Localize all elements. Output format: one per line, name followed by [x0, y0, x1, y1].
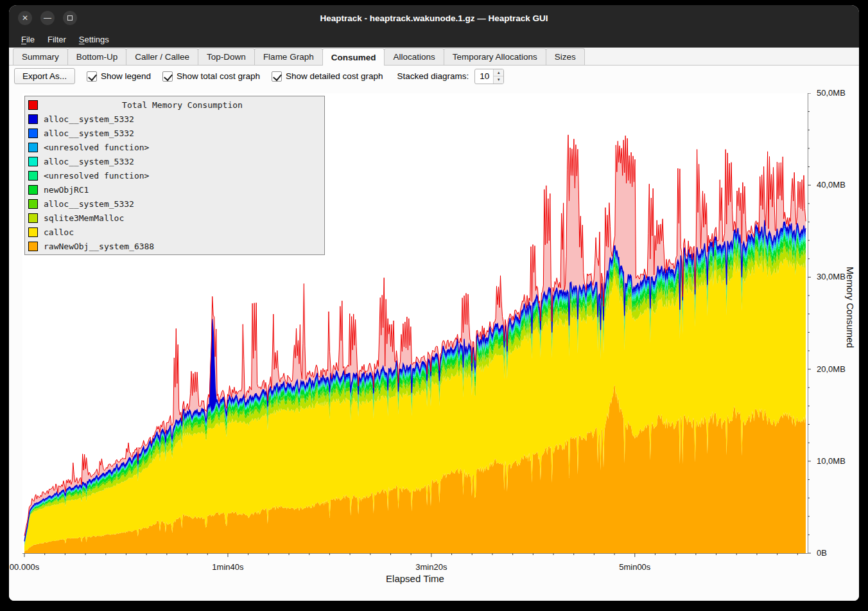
- legend-item: sqlite3MemMalloc: [28, 211, 321, 225]
- chart-area: Total Memory Consumption alloc__system_5…: [9, 87, 859, 601]
- legend-rows: alloc__system_5332alloc__system_5332<unr…: [28, 112, 321, 253]
- legend-item: alloc__system_5332: [28, 112, 321, 126]
- legend-item-label: rawNewObj__system_6388: [44, 242, 154, 251]
- heaptrack-window: ✕ — Heaptrack - heaptrack.wakunode.1.gz …: [9, 5, 859, 601]
- x-tick-label: 5min00s: [619, 562, 650, 572]
- checkbox-icon: [162, 71, 173, 82]
- tab-summary[interactable]: Summary: [13, 48, 68, 65]
- x-axis-title: Elapsed Time: [22, 573, 808, 584]
- checkbox-label: Show total cost graph: [177, 71, 260, 81]
- checkbox-icon: [272, 71, 282, 82]
- legend-color-swatch: [28, 227, 38, 237]
- legend-item: <unresolved function>: [28, 140, 321, 154]
- checkbox-icon: [87, 71, 97, 82]
- y-tick-label: 0B: [817, 548, 827, 558]
- legend-item-label: alloc__system_5332: [44, 157, 134, 166]
- legend-item: alloc__system_5332: [28, 126, 321, 140]
- y-tick-label: 50,0MB: [817, 88, 846, 98]
- legend-color-swatch: [28, 157, 38, 166]
- legend-item: alloc__system_5332: [28, 197, 321, 211]
- y-axis-title: Memory Consumed: [845, 267, 855, 348]
- y-tick-label: 20,0MB: [817, 364, 846, 374]
- legend-item: newObjRC1: [28, 182, 321, 197]
- legend-item-label: calloc: [44, 227, 74, 237]
- spinner-arrows: ▲ ▼: [493, 69, 503, 84]
- tab-allocations[interactable]: Allocations: [384, 48, 444, 65]
- legend-color-swatch: [28, 213, 38, 223]
- menu-filter[interactable]: Filter: [42, 33, 72, 46]
- maximize-icon: [67, 15, 73, 21]
- spin-down-icon[interactable]: ▼: [494, 76, 503, 84]
- stacked-diagrams-spinbox[interactable]: 10 ▲ ▼: [474, 69, 504, 84]
- spin-up-icon[interactable]: ▲: [494, 69, 503, 77]
- legend-item-label: newObjRC1: [44, 185, 89, 195]
- checkbox-label: Show detailed cost graph: [286, 71, 383, 81]
- legend-color-swatch-total: [28, 100, 38, 110]
- legend-item-label: alloc__system_5332: [44, 114, 134, 124]
- tab-sizes[interactable]: Sizes: [546, 48, 585, 65]
- close-button[interactable]: ✕: [18, 11, 32, 25]
- titlebar[interactable]: ✕ — Heaptrack - heaptrack.wakunode.1.gz …: [9, 5, 859, 31]
- legend-color-swatch: [28, 185, 38, 195]
- x-tick-label: 00.000s: [10, 562, 39, 572]
- legend-item-label: <unresolved function>: [44, 171, 149, 181]
- legend-item-label: alloc__system_5332: [44, 128, 134, 138]
- export-as-button[interactable]: Export As...: [14, 68, 75, 84]
- show-total-cost-graph-checkbox[interactable]: Show total cost graph: [162, 71, 260, 82]
- show-legend-checkbox[interactable]: Show legend: [87, 71, 151, 82]
- legend-title-row: Total Memory Consumption: [28, 98, 321, 112]
- checkbox-label: Show legend: [101, 71, 151, 81]
- legend-color-swatch: [28, 171, 38, 181]
- legend-item-label: <unresolved function>: [44, 143, 149, 152]
- menu-file[interactable]: File: [15, 33, 40, 46]
- tab-caller-callee[interactable]: Caller / Callee: [126, 48, 198, 65]
- legend-item-label: alloc__system_5332: [44, 199, 134, 209]
- legend-item: calloc: [28, 225, 321, 239]
- legend-color-swatch: [28, 114, 38, 124]
- maximize-button[interactable]: [63, 11, 77, 25]
- menu-settings[interactable]: Settings: [73, 33, 115, 46]
- toolbar: Export As... Show legend Show total cost…: [9, 66, 859, 87]
- menubar: File Filter Settings: [9, 31, 859, 48]
- tab-flame-graph[interactable]: Flame Graph: [254, 48, 323, 65]
- legend-color-swatch: [28, 199, 38, 209]
- y-tick-label: 10,0MB: [817, 456, 846, 466]
- minimize-icon: —: [44, 13, 51, 22]
- y-tick-label: 30,0MB: [817, 272, 846, 281]
- window-controls: ✕ —: [18, 5, 77, 31]
- legend-item: rawNewObj__system_6388: [28, 239, 321, 253]
- legend-color-swatch: [28, 242, 38, 251]
- legend-color-swatch: [28, 143, 38, 152]
- tab-consumed[interactable]: Consumed: [322, 48, 385, 66]
- legend-color-swatch: [28, 128, 38, 138]
- y-tick-label: 40,0MB: [817, 180, 846, 190]
- stacked-diagrams-label: Stacked diagrams:: [397, 71, 469, 81]
- tab-bottom-up[interactable]: Bottom-Up: [67, 48, 127, 65]
- tab-temporary-allocations[interactable]: Temporary Allocations: [444, 48, 546, 65]
- legend-title: Total Memory Consumption: [44, 100, 321, 110]
- minimize-button[interactable]: —: [40, 11, 55, 25]
- legend-item: <unresolved function>: [28, 168, 321, 182]
- x-tick-label: 3min20s: [415, 562, 447, 572]
- tab-top-down[interactable]: Top-Down: [198, 48, 255, 65]
- stacked-diagrams-control: Stacked diagrams: 10 ▲ ▼: [397, 69, 505, 84]
- x-tick-label: 1min40s: [212, 562, 243, 572]
- window-title: Heaptrack - heaptrack.wakunode.1.gz — He…: [9, 13, 859, 23]
- stacked-diagrams-value[interactable]: 10: [475, 69, 493, 84]
- legend-item: alloc__system_5332: [28, 154, 321, 168]
- show-detailed-cost-graph-checkbox[interactable]: Show detailed cost graph: [272, 71, 383, 82]
- tab-bar: Summary Bottom-Up Caller / Callee Top-Do…: [9, 48, 859, 66]
- chart-legend: Total Memory Consumption alloc__system_5…: [24, 96, 325, 255]
- legend-item-label: sqlite3MemMalloc: [44, 213, 124, 223]
- close-icon: ✕: [22, 13, 28, 22]
